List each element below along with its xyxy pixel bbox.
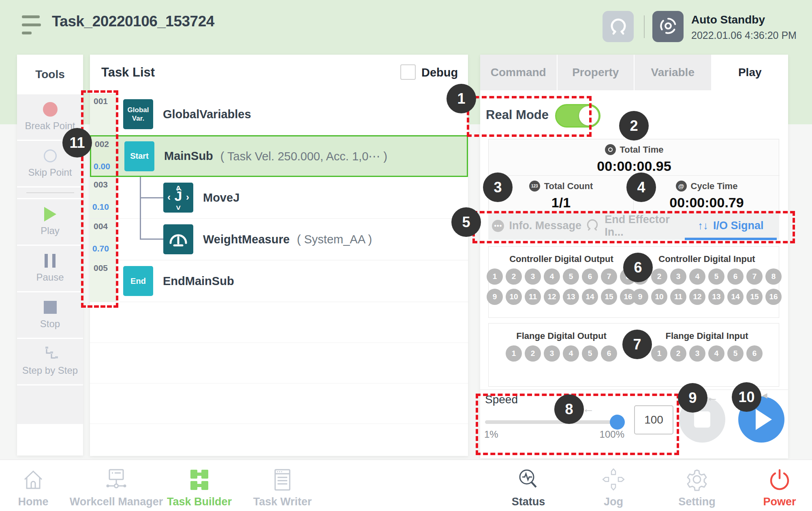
menu-icon[interactable] [22, 15, 43, 36]
debug-label: Debug [421, 66, 458, 79]
tool-label: Play [17, 225, 83, 236]
real-mode-toggle[interactable] [555, 104, 600, 128]
io-channel-indicator: 14 [582, 289, 598, 305]
io-channel-indicator: 15 [746, 289, 763, 305]
io-channel-indicator: 6 [727, 268, 744, 285]
io-channel-indicator: 3 [689, 345, 705, 362]
speed-slider-track[interactable] [485, 420, 624, 424]
speed-value-input[interactable]: 100 [634, 405, 673, 434]
io-channel-indicator: 5 [708, 268, 724, 285]
io-group-title: Controller Digital Input [658, 254, 755, 264]
start-icon: Start [124, 141, 154, 171]
line-number-cell: 0040.70 [90, 219, 116, 260]
auto-mode-button[interactable] [652, 11, 684, 42]
cycle-time-label: Cycle Time [691, 181, 738, 192]
gripper-button[interactable] [603, 11, 634, 42]
tools-panel: Tools Break PointSkip Point PlayPauseSto… [17, 55, 83, 456]
empty-row-separator [90, 424, 468, 424]
total-count-icon: 123 [529, 181, 540, 192]
tab-variable[interactable]: Variable [635, 55, 712, 90]
line-time: 0.00 [94, 162, 110, 171]
line-number-cell: 005 [90, 260, 116, 302]
line-time: 0.70 [92, 244, 109, 253]
total-count-value: 1/1 [489, 195, 633, 211]
status-mode-label: Auto Standby [691, 13, 797, 26]
tab-command[interactable]: Command [480, 55, 558, 90]
play-icon [17, 205, 83, 224]
nav-item-status[interactable]: Status [480, 462, 577, 508]
stop-icon [17, 298, 83, 317]
speed-label: Speed [485, 393, 518, 406]
io-tab-label: End Effector In... [605, 213, 682, 238]
line-number: 003 [94, 180, 108, 189]
io-channel-indicator: 4 [689, 268, 705, 285]
io-channel-indicator: 12 [544, 289, 560, 305]
cycle-time-value: 00:00:00.79 [634, 195, 780, 211]
status-datetime: 2022.01.06 4:36:20 PM [691, 30, 797, 41]
io-channel-indicator: 4 [708, 345, 724, 362]
io-channel-indicator: 11 [525, 289, 541, 305]
io-channel-indicator: 3 [544, 345, 560, 362]
task-row-002[interactable]: 0020.00StartMainSub( Task Vel. 250.000, … [90, 135, 468, 177]
annotation-badge-6: 6 [623, 253, 653, 282]
active-tab-underline [685, 238, 777, 240]
io-group-right: Flange Digital Input123456 [634, 324, 780, 386]
total-time-label: Total Time [620, 145, 664, 155]
bottom-navigation: HomeWorkcell ManagerTask BuilderTask Wri… [0, 460, 812, 511]
annotation-badge-10: 10 [732, 382, 761, 412]
nav-item-jog[interactable]: Jog [565, 462, 662, 508]
io-channel-indicator: 9 [632, 289, 648, 305]
tab-property[interactable]: Property [558, 55, 635, 90]
speed-max-label: 100% [592, 429, 624, 440]
total-time-value: 00:00:00.95 [489, 158, 780, 174]
annotation-badge-4: 4 [626, 172, 656, 202]
debug-checkbox[interactable] [400, 64, 416, 80]
io-tab-end-effector-in-[interactable]: End Effector In... [585, 212, 682, 240]
speed-min-label: 1% [484, 429, 498, 440]
annotation-badge-2: 2 [619, 111, 649, 141]
task-row-005[interactable]: 005EndEndMainSub [90, 260, 468, 302]
task-builder-icon [151, 462, 248, 492]
real-mode-label: Real Mode [486, 108, 549, 122]
auto-mode-swirl-icon [658, 16, 678, 37]
header-divider [644, 15, 645, 38]
tool-pause-button[interactable]: Pause [17, 246, 83, 291]
nav-item-workcell-manager[interactable]: Workcell Manager [68, 462, 165, 508]
page-title: Task_20220106_153724 [52, 13, 214, 30]
cycle-time-icon: @ [676, 181, 687, 192]
end-icon: End [123, 266, 153, 296]
pause-icon [17, 251, 83, 270]
task-list-title: Task List [101, 65, 155, 80]
nav-item-power[interactable]: Power [731, 462, 812, 508]
io-channel-indicator: 1 [651, 345, 667, 362]
io-tab-info-message[interactable]: •••Info. Message [488, 212, 585, 240]
io-tab-i-o-signal[interactable]: ↑↓I/O Signal [682, 212, 779, 240]
line-number: 002 [95, 139, 109, 149]
io-tab-label: I/O Signal [713, 219, 764, 232]
nav-item-label: Status [480, 496, 577, 508]
io-group-title: Flange Digital Output [516, 331, 606, 341]
io-channel-indicator: 6 [582, 268, 598, 285]
nav-item-task-builder[interactable]: Task Builder [151, 462, 248, 508]
task-row-label: WeightMeasure [203, 233, 290, 246]
io-channel-indicator: 3 [525, 268, 541, 285]
tool-stop-button[interactable]: Stop [17, 292, 83, 338]
annotation-arrow-9: ← [706, 390, 718, 404]
io-channel-indicator: 6 [601, 345, 617, 362]
io-channel-indicator: 14 [727, 289, 744, 305]
speed-slider-thumb[interactable] [610, 415, 625, 430]
annotation-badge-11: 11 [62, 128, 92, 158]
task-row-content: GlobalVar.GlobalVariables [123, 94, 251, 135]
tab-play[interactable]: Play [712, 55, 788, 90]
io-channel-indicator: 13 [708, 289, 724, 305]
nav-item-task-writer[interactable]: Task Writer [234, 462, 331, 508]
tool-step-by-step-button[interactable]: Step by Step [17, 339, 83, 384]
task-row-001[interactable]: 001GlobalVar.GlobalVariables [90, 94, 468, 135]
io-channel-indicator: 5 [582, 345, 598, 362]
tree-connector-horizontal [140, 238, 163, 240]
tool-play-button[interactable]: Play [17, 199, 83, 245]
io-channel-indicator: 2 [651, 268, 667, 285]
nav-item-label: Jog [565, 496, 662, 508]
empty-row-separator [90, 383, 468, 383]
task-row-detail: ( System_AA ) [297, 233, 372, 246]
